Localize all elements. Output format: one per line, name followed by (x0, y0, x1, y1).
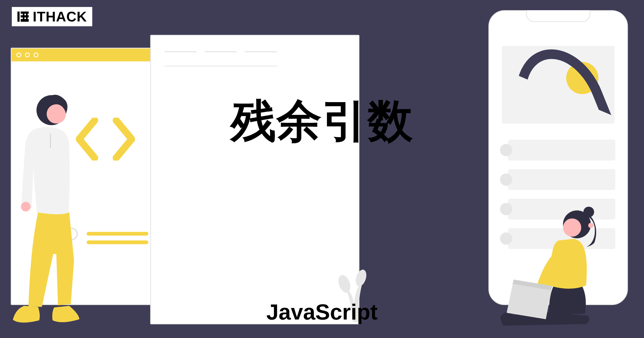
card-avatar-icon (500, 144, 512, 156)
placeholder-line (164, 51, 197, 52)
plant-illustration (338, 268, 367, 322)
placeholder-line (245, 51, 277, 52)
svg-point-16 (563, 218, 581, 237)
logo-badge: ITHACK (12, 7, 92, 26)
person-sitting-illustration (496, 193, 631, 327)
svg-rect-0 (17, 12, 20, 22)
mountain-stroke (502, 46, 611, 124)
svg-point-11 (354, 268, 367, 288)
placeholder-bar (87, 240, 148, 244)
svg-point-8 (21, 202, 31, 211)
phone-list-card (508, 140, 615, 161)
ithack-logo-icon (16, 9, 31, 24)
phone-list-card (508, 169, 615, 190)
placeholder-bar (87, 232, 148, 236)
svg-point-10 (338, 273, 352, 294)
phone-hero-image (502, 46, 614, 124)
svg-rect-5 (26, 12, 28, 22)
card-avatar-icon (500, 173, 512, 186)
window-control-dot (16, 53, 21, 57)
foreground-panel (150, 35, 359, 324)
person-standing-illustration (11, 91, 81, 327)
placeholder-line (164, 66, 277, 66)
window-control-dot (34, 53, 38, 57)
svg-rect-4 (23, 12, 24, 22)
svg-point-17 (588, 223, 594, 228)
svg-point-18 (583, 207, 594, 217)
logo-text: ITHACK (33, 9, 87, 25)
phone-notch (526, 10, 590, 22)
window-control-dot (25, 53, 30, 57)
code-brackets-icon (76, 118, 135, 161)
browser-titlebar (12, 49, 155, 61)
placeholder-line (205, 51, 237, 52)
